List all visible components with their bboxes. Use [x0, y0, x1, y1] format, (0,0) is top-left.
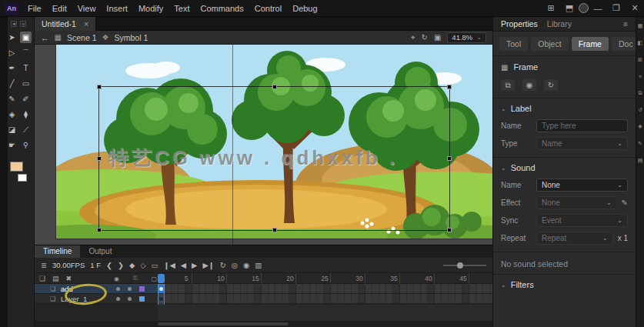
zoom-level-dropdown[interactable]: 41.8% ⌄	[447, 32, 486, 43]
filters-section-header[interactable]: ⌄ Filters	[493, 275, 636, 293]
swatches-panel-icon[interactable]: ⊞	[638, 57, 642, 63]
name-dropdown[interactable]: None⌄	[536, 179, 628, 192]
delete-layer-button[interactable]: ✖	[66, 275, 72, 282]
components-panel-icon[interactable]: ❖	[638, 124, 642, 130]
breadcrumb-scene[interactable]: Scene 1	[67, 33, 97, 42]
go-to-first-frame-button[interactable]: ❙◀	[164, 261, 175, 269]
mode-tab-tool[interactable]: Tool	[499, 37, 528, 51]
bone-tool[interactable]: ⟋	[20, 124, 32, 135]
fill-color-swatch[interactable]	[10, 162, 23, 172]
new-folder-button[interactable]: ▤	[52, 275, 59, 282]
insert-frame-button[interactable]: ▭	[152, 261, 158, 269]
document-tab[interactable]: Untitled-1 ×	[35, 17, 96, 31]
slider-track[interactable]	[443, 265, 486, 266]
prev-frame-button[interactable]: ◀	[181, 261, 186, 269]
lasso-tool[interactable]: ⌒	[20, 47, 32, 58]
next-frame-button[interactable]: ▶❙	[202, 261, 214, 269]
new-layer-button[interactable]: ❏	[39, 275, 45, 282]
tab-output[interactable]: Output	[80, 245, 120, 258]
mode-tab-object[interactable]: Object	[531, 37, 568, 51]
workspace-icon[interactable]: ⊞	[542, 0, 560, 17]
transform-handle[interactable]	[97, 228, 102, 232]
libraries-panel-icon[interactable]: ▤	[638, 158, 643, 164]
subselection-tool[interactable]: ▷	[6, 47, 18, 58]
menu-view[interactable]: View	[72, 0, 102, 17]
insert-blank-keyframe-button[interactable]: ◇	[140, 261, 145, 269]
menu-insert[interactable]: Insert	[101, 0, 133, 17]
menu-commands[interactable]: Commands	[195, 0, 249, 17]
layer-row[interactable]: ❏add	[35, 284, 492, 294]
color-panel-icon[interactable]: ◧	[638, 40, 643, 46]
pencil-tool[interactable]: ✎	[6, 93, 18, 105]
rectangle-tool[interactable]: ▭	[20, 78, 32, 89]
eraser-tool[interactable]: ◪	[6, 124, 18, 135]
step-back-button[interactable]: ❮	[106, 261, 112, 269]
pen-tool[interactable]: ✒	[6, 62, 18, 74]
paint-bucket-tool[interactable]: ◈	[6, 108, 18, 120]
animate-logo-icon[interactable]: An	[4, 2, 19, 15]
layer-frames[interactable]	[158, 284, 492, 293]
history-panel-icon[interactable]: ↺	[638, 107, 642, 113]
stage[interactable]: 特艺CG www . qdhxxfb .	[35, 45, 492, 245]
layer-frames[interactable]	[158, 294, 492, 303]
refresh-icon[interactable]: ↻	[544, 79, 558, 91]
label-name-input[interactable]: Type here	[536, 119, 628, 132]
menu-modify[interactable]: Modify	[133, 0, 169, 17]
onion-outlines-button[interactable]: ◉	[243, 261, 249, 269]
timeline-scrollbar[interactable]	[35, 321, 492, 327]
tab-library[interactable]: Library	[547, 19, 572, 28]
quick-share-icon[interactable]: ⬒	[560, 0, 579, 17]
transform-handle[interactable]	[97, 156, 102, 161]
transform-handle[interactable]	[97, 85, 102, 89]
show-hide-toggle[interactable]	[116, 287, 120, 291]
timeline-zoom-slider[interactable]	[443, 265, 486, 266]
menu-text[interactable]: Text	[169, 0, 195, 17]
stroke-color-swatch[interactable]	[18, 174, 27, 182]
layer-name[interactable]: add	[61, 284, 73, 294]
tools-collapse-icon[interactable]: ◂	[11, 21, 17, 27]
line-tool[interactable]: ╱	[6, 78, 18, 89]
mode-tab-doc[interactable]: Doc	[612, 37, 636, 51]
panel-menu-icon[interactable]: ≡	[623, 20, 628, 28]
label-type-dropdown[interactable]: Name ⌄	[536, 137, 628, 150]
tab-timeline[interactable]: Timeline	[35, 245, 80, 258]
close-tab-icon[interactable]: ×	[84, 19, 88, 28]
brushes-panel-icon[interactable]: ✎	[638, 141, 642, 147]
frame-ruler[interactable]: 51015202530354045	[158, 273, 492, 284]
selection-tool[interactable]: ➤	[6, 32, 18, 43]
outline-color-toggle[interactable]	[139, 296, 145, 302]
sync-dropdown[interactable]: Event⌄	[536, 214, 628, 227]
selected-frame[interactable]	[158, 284, 165, 293]
layer-name[interactable]: Layer_1	[61, 294, 87, 304]
play-button[interactable]: ▶	[192, 261, 197, 269]
back-button[interactable]: ←	[41, 33, 49, 42]
minimize-button[interactable]: —	[589, 0, 607, 17]
onion-skin-button[interactable]: ◎	[232, 261, 238, 269]
restore-button[interactable]: ❐	[607, 0, 626, 17]
swap-symbol-icon[interactable]: ⧉	[501, 79, 515, 91]
transform-handle[interactable]	[447, 85, 452, 89]
effect-dropdown[interactable]: None⌄	[536, 196, 617, 209]
label-section-header[interactable]: ⌄ Label	[493, 98, 636, 117]
repeat-dropdown[interactable]: Repeat⌄	[536, 232, 613, 245]
info-panel-icon[interactable]: ≡	[639, 74, 642, 79]
tools-menu-icon[interactable]: ≡	[20, 21, 26, 27]
menu-file[interactable]: File	[22, 0, 47, 17]
eyedropper-tool[interactable]: ⧫	[20, 108, 32, 120]
outline-color-toggle[interactable]	[139, 286, 145, 292]
zoom-tool[interactable]: ⚲	[20, 139, 32, 151]
close-button[interactable]: ✕	[626, 0, 644, 17]
repeat-count[interactable]: x 1	[618, 234, 628, 242]
edit-multiple-frames-button[interactable]: ▥	[255, 261, 262, 269]
profile-avatar[interactable]	[579, 3, 589, 13]
align-panel-icon[interactable]: ▦	[638, 23, 643, 29]
step-forward-button[interactable]: ❯	[118, 261, 124, 269]
tab-properties[interactable]: Properties	[501, 19, 538, 28]
slider-knob[interactable]	[457, 262, 463, 269]
insert-keyframe-button[interactable]: ◆	[129, 261, 135, 269]
center-stage-icon[interactable]: ⌖	[411, 33, 415, 42]
transform-handle[interactable]	[272, 228, 277, 232]
text-tool[interactable]: T	[20, 62, 32, 74]
transform-panel-icon[interactable]: ⧉	[639, 90, 642, 96]
visibility-icon[interactable]: ◉	[522, 79, 536, 91]
